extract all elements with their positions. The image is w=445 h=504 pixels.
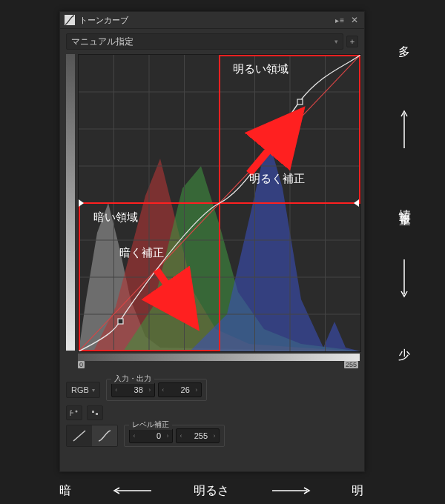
svg-point-19 [76, 411, 78, 413]
label-dark: 暗 [59, 483, 71, 499]
arrow-left-icon [111, 485, 155, 496]
svg-rect-21 [96, 413, 98, 415]
chevron-left-icon[interactable]: ‹ [177, 432, 185, 440]
midpoint-marker-right[interactable] [354, 199, 359, 207]
panel-titlebar: トーンカーブ ▸≡ ✕ [60, 12, 364, 29]
arrow-down-icon [399, 256, 409, 300]
input-value-stepper[interactable]: ‹38› [111, 382, 155, 397]
levels-high-stepper[interactable]: ‹255› [176, 428, 220, 443]
label-bright: 明 [352, 483, 363, 499]
curve-linear-option[interactable] [67, 425, 92, 446]
auto-adjust-button[interactable] [87, 405, 103, 420]
levels-fieldset: レベル補正 ‹0› ‹255› [124, 425, 225, 447]
x-axis-gradient [78, 354, 360, 361]
x-axis-min: 0 [78, 361, 85, 368]
chevron-left-icon[interactable]: ‹ [159, 386, 168, 394]
levels-low-stepper[interactable]: ‹0› [129, 428, 173, 443]
y-axis-gradient [66, 54, 75, 351]
curve-smooth-option[interactable] [92, 425, 117, 446]
io-legend: 入力・出力 [111, 374, 154, 384]
bottom-annotation-row: 暗 明るさ 明 [59, 482, 363, 500]
channel-dropdown[interactable]: RGB ▾ [66, 382, 100, 398]
chevron-down-icon: ▾ [334, 38, 338, 45]
output-value-stepper[interactable]: ‹26› [158, 382, 202, 397]
add-preset-button[interactable]: + [346, 36, 358, 47]
point-picker-button[interactable] [66, 405, 82, 420]
arrow-up-icon [399, 107, 409, 152]
chevron-down-icon: ▾ [92, 387, 95, 394]
curve-handle-shadow[interactable] [118, 319, 123, 324]
chevron-right-icon[interactable]: › [163, 432, 172, 440]
x-axis-max: 255 [344, 361, 358, 368]
chevron-left-icon[interactable]: ‹ [130, 432, 139, 440]
tone-curve-icon [65, 15, 75, 25]
svg-rect-20 [92, 411, 94, 413]
label-many: 多 [398, 44, 410, 60]
chevron-left-icon[interactable]: ‹ [112, 386, 121, 394]
controls: RGB ▾ 入力・出力 ‹38› ‹26› [66, 379, 358, 447]
panel-menu-icon[interactable]: ▸≡ [335, 16, 345, 24]
mode-dropdown[interactable]: マニュアル指定 ▾ [66, 33, 343, 50]
chevron-right-icon[interactable]: › [210, 432, 219, 440]
panel-title: トーンカーブ [79, 15, 335, 26]
label-information: 情報量 [397, 199, 412, 208]
tone-curve-panel: トーンカーブ ▸≡ ✕ マニュアル指定 ▾ + [59, 11, 365, 472]
close-icon[interactable]: ✕ [349, 15, 360, 25]
tone-curve-graph[interactable]: 明るい領域 暗い領域 明るく補正 暗く補正 0 255 [66, 54, 358, 373]
levels-legend: レベル補正 [129, 420, 172, 430]
channel-label: RGB [71, 385, 89, 394]
right-annotation-column: 多 情報量 少 [378, 44, 430, 363]
io-fieldset: 入力・出力 ‹38› ‹26› [106, 379, 207, 401]
curve-handle-highlight[interactable] [297, 99, 303, 105]
chevron-right-icon[interactable]: › [145, 386, 154, 394]
curve-canvas[interactable]: 明るい領域 暗い領域 明るく補正 暗く補正 [78, 54, 361, 352]
svg-line-22 [73, 431, 85, 441]
label-few: 少 [398, 348, 410, 363]
curve-type-selector[interactable] [66, 425, 118, 447]
chevron-right-icon[interactable]: › [192, 386, 201, 394]
arrow-right-icon [268, 485, 313, 496]
mode-label: マニュアル指定 [71, 36, 134, 48]
label-brightness: 明るさ [194, 483, 229, 499]
midpoint-marker-left[interactable] [79, 199, 84, 207]
